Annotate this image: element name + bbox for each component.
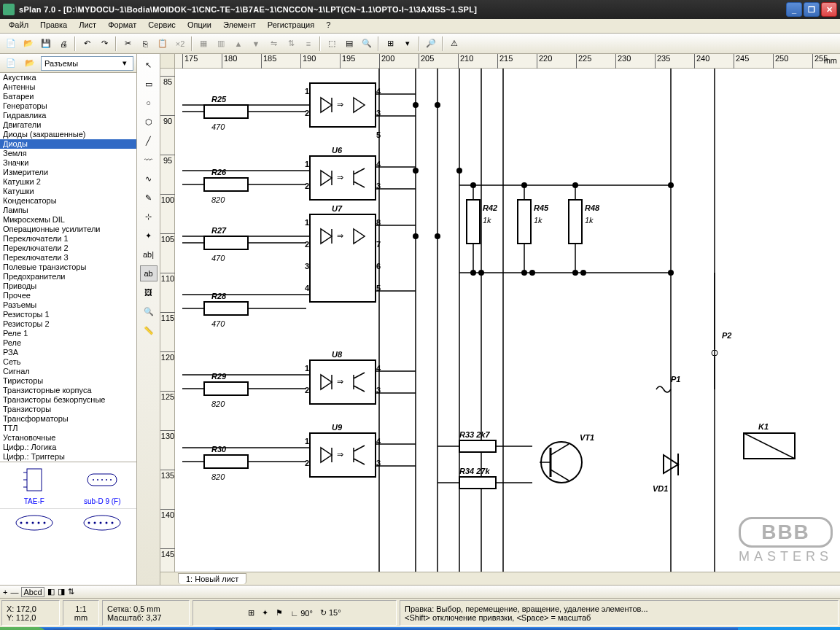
menu-Правка[interactable]: Правка — [34, 19, 73, 33]
menu-?[interactable]: ? — [320, 19, 336, 33]
new-icon[interactable]: 📄 — [3, 36, 19, 52]
image-tool-icon[interactable]: 🖼 — [140, 284, 158, 300]
category-list[interactable]: АкустикаАнтенныБатареиГенераторыГидравли… — [0, 73, 136, 462]
bt-icon[interactable]: + — [3, 588, 7, 596]
bt-icon[interactable]: ◨ — [58, 587, 65, 596]
schematic-canvas[interactable]: R25470R26820R27470R28470R29820R30820⇒142… — [175, 69, 840, 572]
menu-Опции[interactable]: Опции — [182, 19, 217, 33]
zoom-icon[interactable]: 🔎 — [423, 36, 439, 52]
junction-tool-icon[interactable]: ✦ — [140, 228, 158, 244]
category-item[interactable]: Разъемы — [0, 300, 136, 310]
pointer-tool-icon[interactable]: ↖ — [140, 57, 158, 73]
category-item[interactable]: Переключатели 2 — [0, 244, 136, 253]
category-item[interactable]: Тиристоры — [0, 376, 136, 386]
node-tool-icon[interactable]: ⊹ — [140, 209, 158, 225]
bezier-tool-icon[interactable]: ∿ — [140, 171, 158, 187]
bt-icon[interactable]: — — [10, 588, 18, 596]
category-item[interactable]: Катушки 2 — [0, 177, 136, 187]
bt-icon[interactable]: ⇅ — [68, 587, 74, 596]
category-item[interactable]: Измерители — [0, 168, 136, 177]
category-item[interactable]: Катушки — [0, 187, 136, 196]
category-item[interactable]: Цифр.: Логика — [0, 443, 136, 452]
flag-icon[interactable]: ⚑ — [276, 608, 283, 618]
paste2-icon[interactable]: ×2 — [172, 36, 188, 52]
menu-Регистрация[interactable]: Регистрация — [262, 19, 320, 33]
preview-item[interactable] — [77, 512, 128, 535]
find-icon[interactable]: 🔍 — [359, 36, 375, 52]
category-item[interactable]: Транзисторные корпуса — [0, 386, 136, 395]
category-item[interactable]: Реле — [0, 338, 136, 348]
start-button[interactable]: ⊞ пуск — [0, 627, 47, 630]
rect-tool-icon[interactable]: ▭ — [140, 76, 158, 92]
text-tool-icon[interactable]: ab| — [140, 246, 158, 262]
cut-icon[interactable]: ✂ — [120, 36, 136, 52]
category-item[interactable]: Лампы — [0, 206, 136, 215]
category-item[interactable]: Генераторы — [0, 101, 136, 111]
system-tray[interactable]: EN Radio 📋 🔊 21:05 — [738, 627, 840, 630]
category-item[interactable]: Конденсаторы — [0, 196, 136, 206]
curve-tool-icon[interactable]: 〰 — [140, 152, 158, 168]
poly-tool-icon[interactable]: ⬡ — [140, 114, 158, 130]
category-item[interactable]: РЗА — [0, 348, 136, 357]
menu-Лист[interactable]: Лист — [73, 19, 102, 33]
preview-item[interactable] — [9, 512, 60, 535]
list-icon[interactable]: ▤ — [341, 36, 357, 52]
category-item[interactable]: Приводы — [0, 281, 136, 291]
preview-item[interactable]: sub-D 9 (F) — [77, 465, 128, 505]
redo-icon[interactable]: ↷ — [96, 36, 112, 52]
flip-h-icon[interactable]: ⇋ — [265, 36, 281, 52]
paste-icon[interactable]: 📋 — [155, 36, 171, 52]
category-item[interactable]: Сеть — [0, 357, 136, 367]
category-item[interactable]: Прочее — [0, 291, 136, 300]
category-item[interactable]: Предохранители — [0, 272, 136, 281]
menu-Сервис[interactable]: Сервис — [142, 19, 182, 33]
category-item[interactable]: Диоды — [0, 139, 136, 149]
category-item[interactable]: Земля — [0, 149, 136, 158]
copy-icon[interactable]: ⎘ — [137, 36, 153, 52]
freehand-tool-icon[interactable]: ✎ — [140, 190, 158, 206]
grid-snap-icon[interactable]: ✦ — [262, 608, 268, 618]
undo-icon[interactable]: ↶ — [79, 36, 95, 52]
line-tool-icon[interactable]: ╱ — [140, 133, 158, 149]
save-icon[interactable]: 💾 — [38, 36, 54, 52]
category-item[interactable]: Микросхемы DIL — [0, 215, 136, 225]
side-open-icon[interactable]: 📂 — [22, 55, 38, 71]
minimize-button[interactable]: _ — [786, 2, 802, 17]
category-item[interactable]: Переключатели 1 — [0, 234, 136, 244]
category-item[interactable]: ТТЛ — [0, 424, 136, 433]
category-item[interactable]: Двигатели — [0, 120, 136, 130]
maximize-button[interactable]: ❐ — [804, 2, 820, 17]
category-item[interactable]: Цифр.: Триггеры — [0, 452, 136, 462]
warning-icon[interactable]: ⚠ — [446, 36, 462, 52]
grid-icon[interactable]: ⊞ — [382, 36, 398, 52]
category-item[interactable]: Трансформаторы — [0, 414, 136, 424]
category-item[interactable]: Антенны — [0, 82, 136, 92]
category-item[interactable]: Акустика — [0, 73, 136, 82]
align-icon[interactable]: ≡ — [300, 36, 316, 52]
close-button[interactable]: ✕ — [821, 2, 837, 17]
sheet-tab[interactable]: 1: Новый лист — [178, 573, 246, 584]
open-icon[interactable]: 📂 — [20, 36, 36, 52]
category-item[interactable]: Резисторы 2 — [0, 319, 136, 329]
label-tool-icon[interactable]: ab — [140, 265, 158, 281]
bt-icon[interactable]: ◧ — [47, 587, 55, 596]
circle-tool-icon[interactable]: ○ — [140, 95, 158, 111]
bt-icon[interactable]: Abcd — [21, 587, 44, 597]
front-icon[interactable]: ▲ — [230, 36, 246, 52]
side-new-icon[interactable]: 📄 — [3, 55, 19, 71]
flip-v-icon[interactable]: ⇅ — [283, 36, 299, 52]
category-item[interactable]: Реле 1 — [0, 329, 136, 338]
category-item[interactable]: Транзисторы безкорпусные — [0, 395, 136, 405]
print-icon[interactable]: 🖨 — [55, 36, 71, 52]
grid-dd-icon[interactable]: ▾ — [400, 36, 416, 52]
category-item[interactable]: Батареи — [0, 92, 136, 101]
category-item[interactable]: Транзисторы — [0, 405, 136, 414]
category-item[interactable]: Полевые транзисторы — [0, 262, 136, 272]
grid-snap-icon[interactable]: ⊞ — [248, 608, 254, 618]
category-item[interactable]: Резисторы 1 — [0, 310, 136, 319]
measure-tool-icon[interactable]: 📏 — [140, 322, 158, 338]
component-icon[interactable]: ⬚ — [324, 36, 340, 52]
ungroup-icon[interactable]: ▥ — [213, 36, 229, 52]
category-item[interactable]: Значки — [0, 158, 136, 168]
category-item[interactable]: Установочные — [0, 433, 136, 443]
